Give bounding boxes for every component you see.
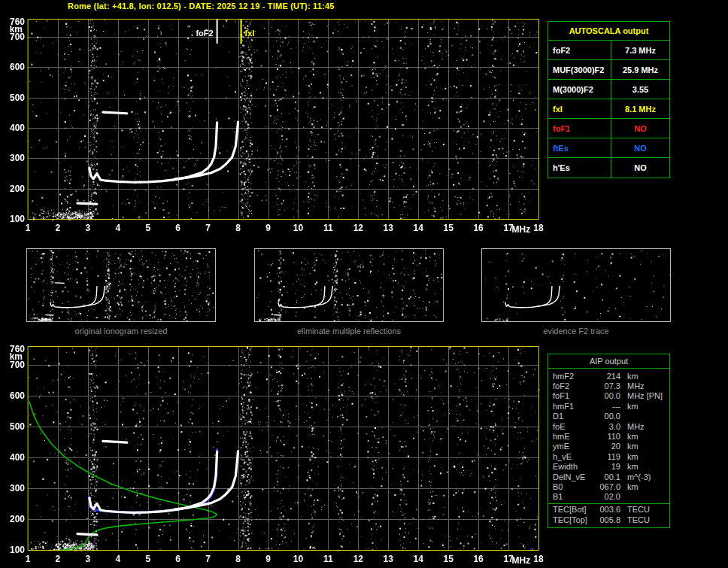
- aip-value: ---: [596, 402, 620, 411]
- aip-value: 119: [596, 452, 620, 461]
- autoscala-param-value: 8.1 MHz: [611, 99, 669, 118]
- aip-unit: km: [620, 432, 665, 441]
- autoscala-rows: foF27.3 MHzMUF(3000)F225.9 MHzM(3000)F23…: [548, 41, 669, 178]
- aip-row-fof1: foF100.0MHz [PN]: [548, 391, 669, 401]
- aip-unit: km: [620, 452, 665, 461]
- aip-value: 19: [596, 462, 620, 471]
- aip-unit: km: [620, 372, 665, 381]
- aip-unit: m^(-3): [620, 472, 665, 481]
- aip-value: 003.6: [596, 505, 620, 514]
- aip-row-fof2: foF207.3MHz: [548, 381, 669, 390]
- thumbnail-caption-original: original ionogram resized: [26, 327, 216, 336]
- aip-row-foe: foE3.0MHz: [548, 421, 669, 431]
- aip-label: D1: [553, 412, 596, 421]
- autoscala-row-muf(3000)f2: MUF(3000)F225.9 MHz: [548, 60, 669, 80]
- aip-label: h_vE: [553, 452, 596, 461]
- aip-unit: km: [620, 462, 665, 471]
- aip-value: 20: [596, 442, 620, 451]
- autoscala-param-label: MUF(3000)F2: [548, 60, 611, 79]
- aip-unit: km: [620, 402, 665, 411]
- aip-row-b0: B0067.0km: [548, 481, 669, 491]
- thumbnail-f2-trace-evidence: [481, 248, 671, 322]
- aip-unit: km: [620, 442, 665, 451]
- aip-row-hmf2: hmF2214km: [548, 371, 669, 381]
- aip-row-ewidth: Ewidth19km: [548, 462, 669, 472]
- autoscala-row-m(3000)f2: M(3000)F23.55: [548, 80, 669, 99]
- aip-row-tec[bot]: TEC[Bot]003.6TECU: [548, 503, 669, 515]
- aip-label: foE: [553, 422, 596, 431]
- aip-label: hmE: [553, 432, 596, 441]
- aip-label: Ewidth: [553, 462, 596, 471]
- aip-row-tec[top]: TEC[Top]005.8TECU: [548, 515, 669, 524]
- aip-row-deln_ve: DelN_vE00.1m^(-3): [548, 472, 669, 481]
- aip-output-panel: AIP output hmF2214kmfoF207.3MHzfoF100.0M…: [548, 354, 670, 528]
- aip-value: 005.8: [596, 515, 620, 524]
- autoscala-param-label: h'Es: [548, 158, 611, 178]
- thumbnail-caption-f2trace: evidence F2 trace: [481, 327, 671, 336]
- autoscala-param-value: 25.9 MHz: [611, 60, 669, 79]
- aip-label: TEC[Bot]: [553, 505, 596, 514]
- aip-label: TEC[Top]: [553, 515, 596, 524]
- autoscala-row-fof1: foF1NO: [548, 119, 669, 138]
- autoscala-param-label: foF1: [548, 119, 611, 138]
- aip-unit: MHz: [620, 381, 665, 390]
- autoscala-param-label: ftEs: [548, 138, 611, 157]
- aip-label: B1: [553, 492, 596, 501]
- autoscala-param-label: M(3000)F2: [548, 80, 611, 99]
- autoscala-param-value: 7.3 MHz: [611, 41, 669, 59]
- aip-value: 00.0: [596, 391, 620, 400]
- aip-unit: TECU: [620, 515, 665, 524]
- aip-value: 02.0: [596, 492, 620, 501]
- thumbnail-caption-reflections: eliminate multiple reflections: [254, 327, 444, 336]
- aip-unit: MHz [PN]: [620, 391, 665, 400]
- aip-panel-header: AIP output: [548, 354, 669, 369]
- aip-value: 00.1: [596, 472, 620, 481]
- page-title: Rome (lat: +41.8, lon: 012.5) - DATE: 20…: [68, 2, 335, 11]
- aip-unit: km: [620, 482, 665, 491]
- autoscala-output-panel: AUTOSCALA output foF27.3 MHzMUF(3000)F22…: [548, 21, 670, 178]
- aip-label: foF2: [553, 381, 596, 390]
- autoscala-param-value: 3.55: [611, 80, 669, 99]
- autoscala-row-ftes: ftEsNO: [548, 138, 669, 158]
- aip-rows: hmF2214kmfoF207.3MHzfoF100.0MHz [PN]hmF1…: [548, 371, 669, 524]
- autoscala-param-value: NO: [611, 138, 669, 157]
- aip-value: 214: [596, 372, 620, 381]
- aip-row-h_ve: h_vE119km: [548, 451, 669, 461]
- aip-value: 00.0: [596, 412, 620, 421]
- aip-label: ymE: [553, 442, 596, 451]
- autoscala-param-label: foF2: [548, 41, 611, 59]
- ionogram-plot: [0, 15, 548, 241]
- aip-label: B0: [553, 482, 596, 491]
- autoscala-row-h'es: h'EsNO: [548, 158, 669, 178]
- aip-value: 3.0: [596, 422, 620, 431]
- thumbnail-multiple-reflections-removed: [254, 248, 444, 322]
- aip-unit: TECU: [620, 505, 665, 514]
- aip-label: hmF2: [553, 372, 596, 381]
- aip-row-d1: D100.0: [548, 412, 669, 421]
- aip-value: 067.0: [596, 482, 620, 491]
- autoscala-row-fof2: foF27.3 MHz: [548, 41, 669, 60]
- aip-row-yme: ymE20km: [548, 442, 669, 451]
- thumbnail-original-ionogram: [26, 248, 216, 322]
- aip-row-hmf1: hmF1---km: [548, 401, 669, 411]
- aip-row-hme: hmE110km: [548, 431, 669, 441]
- autoscala-row-fxi: fxI8.1 MHz: [548, 99, 669, 119]
- aip-row-b1: B102.0: [548, 492, 669, 502]
- aip-label: hmF1: [553, 402, 596, 411]
- aip-value: 110: [596, 432, 620, 441]
- autoscala-param-value: NO: [611, 119, 669, 138]
- autoscala-param-value: NO: [611, 158, 669, 178]
- aip-label: foF1: [553, 391, 596, 400]
- profile-ionogram-plot: [0, 342, 548, 568]
- aip-label: DelN_vE: [553, 472, 596, 481]
- aip-unit: MHz: [620, 422, 665, 431]
- autoscala-panel-header: AUTOSCALA output: [548, 22, 669, 41]
- aip-value: 07.3: [596, 381, 620, 390]
- autoscala-param-label: fxI: [548, 99, 611, 118]
